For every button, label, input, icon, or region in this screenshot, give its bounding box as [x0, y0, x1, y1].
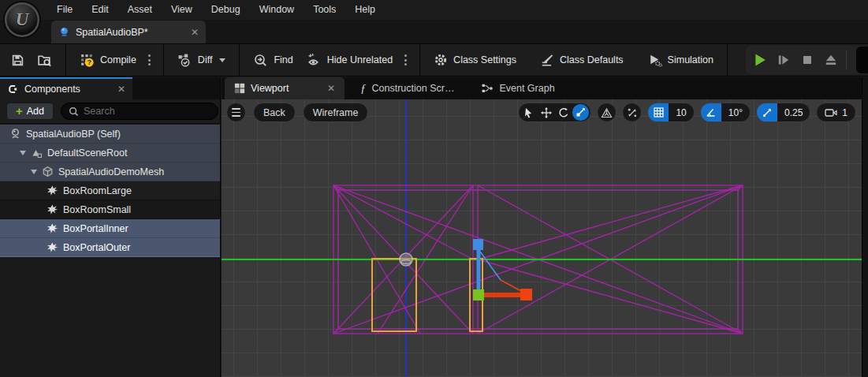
viewport-right-toolbar: 10 10° 0.25 1 — [518, 103, 856, 122]
toolbar-right-panel-edge — [856, 47, 868, 73]
tree-row-boxportalinner[interactable]: BoxPortalInner — [0, 219, 220, 238]
add-plus-icon: + — [16, 106, 23, 117]
menu-file[interactable]: File — [47, 0, 82, 20]
tree-item-label: DefaultSceneRoot — [47, 147, 127, 159]
expand-arrow-icon[interactable] — [31, 170, 37, 174]
viewport-left-toolbar: Back Wireframe — [226, 103, 368, 122]
eject-button[interactable] — [821, 49, 841, 71]
play-group-separator — [846, 50, 847, 69]
tree-row-boxroomlarge[interactable]: BoxRoomLarge — [0, 181, 220, 200]
save-button[interactable] — [5, 43, 31, 77]
components-panel: Components ✕ + Add SpatialAudioBP (Self) — [0, 77, 221, 377]
close-icon[interactable]: ✕ — [191, 28, 199, 37]
gizmo-x-handle[interactable] — [520, 289, 532, 300]
tree-row-spatialaudiobp-self[interactable]: SpatialAudioBP (Self) — [0, 125, 220, 144]
find-button[interactable]: Find — [247, 43, 299, 77]
components-toolbar: + Add — [0, 99, 220, 124]
components-tab-bar: Components ✕ — [0, 77, 220, 99]
compile-options-kebab-icon[interactable] — [143, 54, 156, 65]
simulation-label: Simulation — [668, 54, 713, 65]
grid-snap-control[interactable]: 10 — [647, 103, 694, 122]
tree-item-label: BoxPortalOuter — [63, 242, 130, 253]
select-tool-button[interactable] — [520, 104, 537, 121]
tab-event-graph[interactable]: Event Graph — [471, 77, 564, 99]
surface-snap-button[interactable] — [622, 103, 642, 122]
viewport-options-button[interactable] — [226, 103, 246, 122]
play-controls-group — [746, 46, 868, 74]
diff-icon — [177, 53, 192, 67]
find-label: Find — [274, 54, 292, 65]
tab-construction-script[interactable]: ƒ Construction Scr… — [351, 77, 464, 99]
close-icon[interactable]: ✕ — [327, 84, 335, 93]
hide-unrelated-options-kebab-icon[interactable] — [399, 54, 412, 65]
diff-button[interactable]: Diff — [171, 43, 233, 77]
menu-view[interactable]: View — [162, 0, 202, 20]
menu-tools[interactable]: Tools — [304, 0, 345, 20]
scale-snap-control[interactable]: 0.25 — [756, 103, 810, 122]
search-input[interactable] — [84, 106, 210, 117]
gizmo-z-bar[interactable] — [477, 250, 481, 290]
scale-tool-button[interactable] — [572, 104, 589, 121]
compile-label: Compile — [100, 54, 136, 65]
select-tool-icon — [523, 107, 534, 118]
tab-label: Construction Scr… — [372, 83, 455, 94]
camera-view-label: Back — [263, 107, 285, 118]
components-search[interactable] — [61, 103, 218, 120]
menu-edit[interactable]: Edit — [82, 0, 118, 20]
add-component-button[interactable]: + Add — [6, 103, 54, 120]
tab-viewport[interactable]: Viewport ✕ — [225, 77, 345, 99]
menu-debug[interactable]: Debug — [202, 0, 250, 20]
move-tool-button[interactable] — [538, 104, 554, 121]
coordinate-space-button[interactable] — [597, 103, 617, 122]
chevron-down-icon — [219, 58, 225, 62]
menu-help[interactable]: Help — [345, 0, 385, 20]
rotation-snap-control[interactable]: 10° — [700, 103, 751, 122]
scene-root-sprite[interactable] — [400, 253, 412, 266]
gizmo-x-bar[interactable] — [484, 293, 521, 297]
gizmo-uniform-handle[interactable] — [473, 289, 484, 300]
view-mode-button[interactable]: Wireframe — [303, 103, 369, 122]
asset-tab-title: SpatialAudioBP* — [76, 27, 185, 38]
rotate-tool-button[interactable] — [555, 104, 572, 121]
frame-skip-button[interactable] — [773, 49, 794, 71]
grid-snap-icon — [654, 107, 664, 118]
compile-button[interactable]: ? Compile — [73, 43, 143, 77]
menu-asset[interactable]: Asset — [118, 0, 162, 20]
class-defaults-button[interactable]: Class Defaults — [534, 43, 630, 77]
class-settings-button[interactable]: Class Settings — [427, 43, 523, 77]
camera-view-button[interactable]: Back — [253, 103, 296, 122]
asset-tab-bar: SpatialAudioBP* ✕ — [0, 20, 868, 43]
close-icon[interactable]: ✕ — [117, 84, 125, 94]
scale-tool-icon — [576, 107, 586, 118]
toolbar-separator — [239, 43, 240, 77]
play-button[interactable] — [750, 49, 770, 71]
menu-window[interactable]: Window — [250, 0, 304, 20]
stop-button[interactable] — [797, 49, 818, 71]
tree-row-boxportalouter[interactable]: BoxPortalOuter — [0, 238, 220, 257]
simulation-icon — [647, 53, 662, 67]
hide-unrelated-icon — [306, 53, 322, 67]
simulation-button[interactable]: Simulation — [641, 43, 720, 77]
components-tab[interactable]: Components ✕ — [0, 77, 132, 99]
transform-tool-group — [518, 103, 591, 122]
browse-button[interactable] — [31, 43, 58, 77]
gizmo-plane-line-red[interactable] — [501, 280, 521, 291]
gizmo-z-handle[interactable] — [473, 239, 483, 250]
camera-speed-control[interactable]: 1 — [816, 103, 856, 122]
hide-unrelated-button[interactable]: Hide Unrelated — [300, 43, 399, 77]
event-graph-icon — [481, 83, 494, 94]
box-component-icon — [47, 241, 58, 253]
components-tab-title: Components — [24, 84, 111, 95]
tree-row-boxroomsmall[interactable]: BoxRoomSmall — [0, 200, 220, 219]
tree-row-defaultsceneroot[interactable]: DefaultSceneRoot — [0, 144, 220, 162]
tree-item-label: SpatialAudioBP (Self) — [26, 129, 121, 140]
tree-item-label: SpatialAudioDemoMesh — [58, 166, 164, 177]
diff-label: Diff — [198, 54, 213, 65]
viewport-canvas[interactable]: Back Wireframe — [222, 99, 862, 377]
box-component-icon — [47, 203, 58, 215]
asset-tab-spatialaudiobp[interactable]: SpatialAudioBP* ✕ — [51, 21, 206, 43]
tree-row-spatialaudiodemomesh[interactable]: SpatialAudioDemoMesh — [0, 162, 220, 181]
class-defaults-icon — [540, 53, 554, 67]
expand-arrow-icon[interactable] — [20, 151, 26, 155]
toolbar-separator — [163, 43, 164, 77]
